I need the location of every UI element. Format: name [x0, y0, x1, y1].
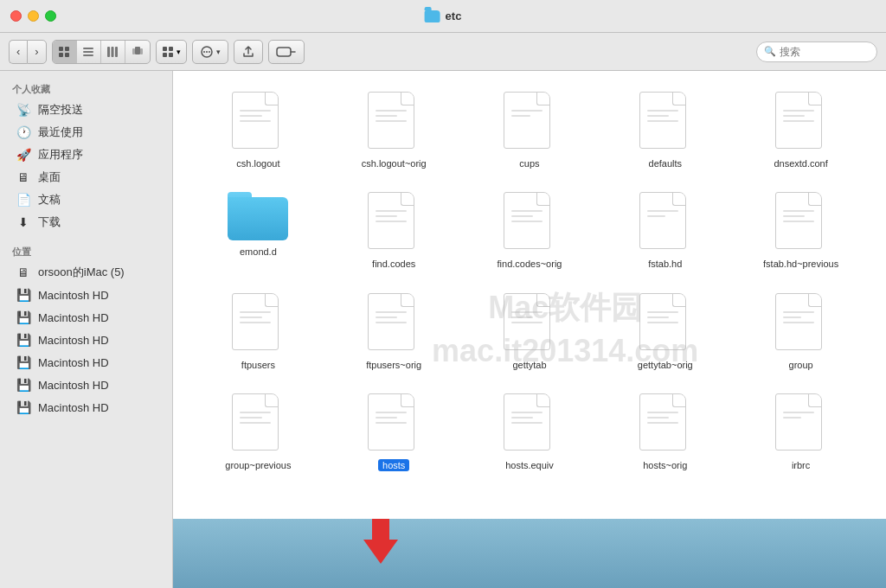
hd2-icon: 💾	[16, 310, 31, 325]
file-item-emond[interactable]: emond.d	[190, 185, 326, 277]
minimize-button[interactable]	[28, 10, 39, 22]
sidebar-item-documents[interactable]: 📄 文稿	[3, 189, 169, 211]
close-button[interactable]	[10, 10, 22, 22]
coverflow-view-button[interactable]	[125, 40, 150, 64]
file-item-gettytab[interactable]: gettytab	[462, 286, 598, 378]
file-item-group[interactable]: group	[733, 286, 869, 378]
view-mode-group	[52, 40, 151, 64]
doc-icon	[639, 393, 691, 454]
sidebar-item-hd3[interactable]: 💾 Macintosh HD	[3, 329, 169, 351]
file-label: hosts~orig	[643, 459, 687, 471]
file-label: csh.logout	[236, 157, 279, 169]
search-input[interactable]	[780, 46, 870, 58]
tag-button[interactable]	[268, 40, 305, 64]
sidebar-item-label: 最近使用	[38, 125, 83, 140]
svg-rect-4	[83, 48, 93, 49]
window-controls	[10, 10, 56, 22]
desktop-icon: 🖥	[16, 169, 31, 185]
icon-view-button[interactable]	[53, 40, 77, 64]
sidebar-item-hd6[interactable]: 💾 Macintosh HD	[3, 396, 169, 419]
svg-rect-16	[169, 53, 173, 57]
file-item-ftpusers-orig[interactable]: ftpusers~orig	[326, 286, 462, 378]
sidebar-item-recent[interactable]: 🕐 最近使用	[3, 121, 169, 144]
file-item-find-codes[interactable]: find.codes	[326, 185, 462, 277]
doc-icon	[232, 393, 284, 454]
sidebar-item-label: 下载	[38, 214, 61, 230]
sidebar-item-hd5[interactable]: 💾 Macintosh HD	[3, 374, 169, 396]
file-item-hosts[interactable]: hosts	[326, 387, 462, 478]
doc-icon	[639, 293, 691, 354]
doc-icon	[639, 192, 691, 252]
file-item-fstab-hd-previous[interactable]: fstab.hd~previous	[733, 185, 869, 277]
window-title: etc	[446, 10, 462, 22]
file-item-cups[interactable]: cups	[462, 85, 598, 176]
hd3-icon: 💾	[16, 332, 31, 348]
recent-icon: 🕐	[16, 125, 31, 140]
svg-rect-7	[107, 47, 110, 57]
doc-icon	[368, 293, 420, 354]
file-item-find-codes-orig[interactable]: find.codes~orig	[462, 185, 598, 277]
file-label: emond.d	[240, 246, 277, 258]
file-item-dnsextd[interactable]: dnsextd.conf	[733, 85, 869, 176]
sidebar-item-desktop[interactable]: 🖥 桌面	[3, 166, 169, 189]
svg-point-19	[206, 51, 208, 53]
back-button[interactable]: ‹	[9, 40, 27, 64]
file-item-csh-logout[interactable]: csh.logout	[190, 85, 326, 176]
doc-icon	[504, 92, 555, 152]
svg-rect-15	[163, 53, 167, 57]
sidebar-item-label: Macintosh HD	[38, 356, 109, 369]
maximize-button[interactable]	[45, 10, 56, 22]
file-label: fstab.hd	[648, 258, 682, 270]
file-area: Mac软件园 mac.it201314.com	[173, 71, 886, 519]
sidebar-item-label: Macintosh HD	[38, 289, 109, 302]
file-item-gettytab-orig[interactable]: gettytab~orig	[597, 286, 733, 378]
file-grid: csh.logout csh.log	[190, 85, 869, 478]
doc-icon	[504, 293, 555, 354]
sidebar-item-hd2[interactable]: 💾 Macintosh HD	[3, 306, 169, 329]
svg-rect-11	[132, 48, 135, 54]
sidebar-item-airdrop[interactable]: 📡 隔空投送	[3, 99, 169, 121]
file-area-container: Mac软件园 mac.it201314.com	[173, 71, 886, 588]
action-button[interactable]: ▾	[192, 40, 228, 64]
svg-rect-5	[83, 51, 93, 53]
forward-button[interactable]: ›	[27, 40, 46, 64]
hd6-icon: 💾	[16, 399, 31, 415]
svg-rect-12	[140, 48, 143, 54]
svg-rect-13	[163, 47, 167, 51]
sidebar-item-downloads[interactable]: ⬇ 下载	[3, 211, 169, 233]
sidebar-item-hd4[interactable]: 💾 Macintosh HD	[3, 351, 169, 374]
list-view-button[interactable]	[77, 40, 101, 64]
share-button[interactable]	[234, 40, 263, 64]
svg-rect-8	[112, 47, 114, 57]
file-item-fstab-hd[interactable]: fstab.hd	[597, 185, 733, 277]
grid-view-dropdown[interactable]: ▾	[156, 40, 187, 64]
file-item-ftpusers[interactable]: ftpusers	[190, 286, 326, 378]
file-label: fstab.hd~previous	[763, 258, 838, 270]
documents-icon: 📄	[16, 192, 31, 208]
file-label: ftpusers	[241, 359, 275, 371]
svg-point-18	[203, 51, 205, 53]
file-item-group-previous[interactable]: group~previous	[190, 387, 326, 478]
doc-icon	[504, 192, 555, 252]
svg-rect-2	[59, 53, 63, 57]
doc-icon	[775, 92, 827, 152]
doc-icon	[775, 393, 827, 454]
file-item-irbrc[interactable]: irbrc	[733, 387, 869, 478]
file-item-hosts-orig[interactable]: hosts~orig	[597, 387, 733, 478]
doc-icon	[775, 293, 827, 354]
column-view-button[interactable]	[101, 40, 125, 64]
downloads-icon: ⬇	[16, 214, 31, 230]
sidebar-item-imac[interactable]: 🖥 orsoon的iMac (5)	[3, 261, 169, 284]
sidebar-item-hd1[interactable]: 💾 Macintosh HD	[3, 284, 169, 306]
file-label: csh.logout~orig	[362, 157, 427, 169]
bottom-area	[173, 519, 886, 588]
sidebar-item-label: Macintosh HD	[38, 334, 109, 347]
file-item-defaults[interactable]: defaults	[597, 85, 733, 176]
applications-icon: 🚀	[16, 147, 31, 163]
main-content: 个人收藏 📡 隔空投送 🕐 最近使用 🚀 应用程序 🖥 桌面 📄 文稿 ⬇ 下载…	[0, 71, 886, 588]
file-item-csh-logout-orig[interactable]: csh.logout~orig	[326, 85, 462, 176]
file-item-hosts-equiv[interactable]: hosts.equiv	[462, 387, 598, 478]
sidebar-item-applications[interactable]: 🚀 应用程序	[3, 144, 169, 166]
search-icon: 🔍	[764, 46, 776, 57]
search-box[interactable]: 🔍	[756, 42, 877, 62]
